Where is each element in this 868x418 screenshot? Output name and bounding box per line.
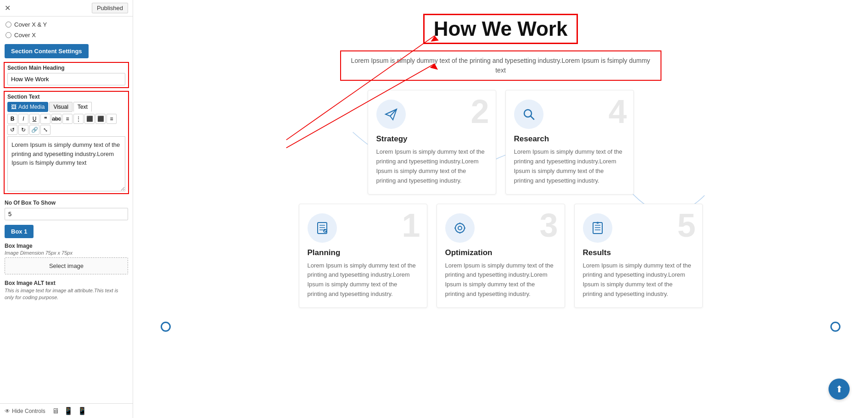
quote-button[interactable]: ❝	[40, 114, 50, 124]
published-badge: Published	[92, 3, 128, 13]
box-image-section: Box Image Image Dimension 75px x 75px Se…	[0, 240, 133, 277]
optimization-text: Lorem Ipsum is simply dummy text of the …	[445, 261, 556, 299]
panel-scroll: Cover X & Y Cover X Section Content Sett…	[0, 17, 133, 403]
cover-xy-option: Cover X & Y	[0, 19, 133, 30]
strategy-card: 2 Strategy Lorem Ipsum is simply dummy t…	[368, 90, 496, 194]
align-right-button[interactable]: ⬛	[95, 114, 106, 124]
svg-rect-18	[597, 222, 599, 223]
add-media-label: Add Media	[18, 104, 45, 110]
research-title: Research	[514, 134, 625, 144]
svg-point-9	[458, 226, 462, 230]
no-box-label: No Of Box To Show	[5, 200, 128, 206]
add-media-button[interactable]: 🖼 Add Media	[7, 102, 48, 112]
optimization-title: Optimization	[445, 248, 556, 257]
alt-desc: This is image text for image alt attribu…	[5, 287, 128, 301]
optimization-icon	[453, 221, 467, 235]
footer-icons: 🖥 📱 📱	[52, 407, 87, 415]
main-area: How We Work Lorem Ipsum is simply dummy …	[133, 0, 868, 418]
optimization-number: 3	[539, 209, 558, 242]
align-justify-button[interactable]: ≡	[106, 114, 117, 124]
strategy-text: Lorem Ipsum is simply dummy text of the …	[376, 147, 487, 185]
desktop-icon-button[interactable]: 🖥	[52, 407, 59, 415]
eye-icon: 👁	[5, 408, 10, 414]
media-icon: 🖼	[11, 104, 17, 110]
undo-button[interactable]: ↺	[7, 125, 17, 135]
box-image-label: Box Image	[5, 243, 128, 249]
planning-text: Lorem Ipsum is simply dummy text of the …	[308, 261, 419, 299]
ol-button[interactable]: ⋮	[73, 114, 84, 124]
section-content-button[interactable]: Section Content Settings	[5, 44, 89, 58]
bold-button[interactable]: B	[7, 114, 17, 124]
results-card: 5 Results Lorem Ipsum is simply dummy te…	[574, 204, 703, 308]
section-text-field: Section Text 🖼 Add Media Visual Text B I…	[4, 91, 129, 194]
hide-controls-label: Hide Controls	[12, 408, 45, 414]
main-heading-label: Section Main Heading	[7, 65, 125, 71]
cover-x-option: Cover X	[0, 30, 133, 40]
select-image-button[interactable]: Select image	[5, 257, 128, 274]
underline-button[interactable]: U	[29, 114, 39, 124]
main-heading-input[interactable]	[7, 73, 125, 85]
close-button[interactable]: ✕	[5, 4, 11, 12]
research-text: Lorem Ipsum is simply dummy text of the …	[514, 147, 625, 185]
editor-toolbar: 🖼 Add Media Visual Text	[7, 102, 125, 112]
strategy-title: Strategy	[376, 134, 487, 144]
optimization-card: 3 Optimization Lorem Ipsum is simply dum…	[437, 204, 565, 308]
main-heading-field: Section Main Heading	[4, 62, 129, 88]
mobile-icon-button[interactable]: 📱	[78, 407, 87, 415]
page-main-heading: How We Work	[423, 14, 578, 44]
optimization-icon-circle	[445, 213, 475, 243]
planning-number: 1	[402, 209, 420, 242]
page-title-section: How We Work Lorem Ipsum is simply dummy …	[161, 14, 840, 81]
bottom-circles	[161, 317, 840, 336]
planning-icon	[315, 221, 330, 235]
left-panel: ✕ Published Cover X & Y Cover X Section …	[0, 0, 133, 418]
cover-x-label: Cover X	[14, 32, 36, 39]
research-icon	[521, 107, 536, 122]
panel-footer: 👁 Hide Controls 🖥 📱 📱	[0, 403, 133, 418]
results-number: 5	[677, 209, 695, 242]
format-bar: B I U ❝ abc ≡ ⋮ ⬛ ⬛ ≡ ↺ ↻ 🔗 ⤡	[7, 114, 125, 135]
results-title: Results	[583, 248, 694, 257]
strategy-icon-circle	[376, 100, 406, 129]
panel-header: ✕ Published	[0, 0, 133, 17]
tablet-icon-button[interactable]: 📱	[64, 407, 73, 415]
italic-button[interactable]: I	[18, 114, 28, 124]
strikethrough-button[interactable]: abc	[51, 114, 62, 124]
page-subtitle: Lorem Ipsum is simply dummy text of the …	[340, 50, 661, 81]
hide-controls-button[interactable]: 👁 Hide Controls	[5, 408, 45, 414]
visual-tab[interactable]: Visual	[49, 102, 72, 112]
planning-icon-circle	[308, 213, 337, 243]
text-tab[interactable]: Text	[73, 102, 92, 112]
results-text: Lorem Ipsum is simply dummy text of the …	[583, 261, 694, 299]
planning-title: Planning	[308, 248, 419, 257]
box1-button[interactable]: Box 1	[5, 225, 34, 238]
strategy-number: 2	[470, 95, 489, 128]
svg-line-2	[531, 116, 534, 119]
align-left-button[interactable]: ⬛	[84, 114, 95, 124]
results-icon	[590, 221, 605, 235]
no-box-input[interactable]	[5, 208, 128, 220]
research-icon-circle	[514, 100, 543, 129]
link-button[interactable]: 🔗	[29, 125, 39, 135]
ul-button[interactable]: ≡	[62, 114, 73, 124]
bottom-circle-left	[161, 322, 171, 332]
svg-rect-14	[593, 223, 602, 234]
cover-xy-radio[interactable]	[6, 22, 11, 28]
redo-button[interactable]: ↻	[18, 125, 28, 135]
cover-x-radio[interactable]	[6, 32, 11, 38]
svg-point-8	[455, 223, 465, 233]
cover-xy-label: Cover X & Y	[14, 21, 47, 28]
cards-row-1: 2 Strategy Lorem Ipsum is simply dummy t…	[161, 90, 840, 194]
research-card: 4 Research Lorem Ipsum is simply dummy t…	[505, 90, 634, 194]
alt-label: Box Image ALT text	[5, 280, 128, 286]
editor-area[interactable]: Lorem Ipsum is simply dummy text of the …	[7, 136, 125, 191]
results-icon-circle	[583, 213, 612, 243]
fullscreen-button[interactable]: ⤡	[40, 125, 50, 135]
box-image-dim: Image Dimension 75px x 75px	[5, 250, 128, 256]
scroll-to-top-button[interactable]: ⬆	[829, 379, 850, 400]
strategy-icon	[384, 107, 398, 122]
bottom-circle-right	[830, 322, 840, 332]
cards-row-2: 1 Planning Lorem Ipsum is simply dummy t…	[161, 204, 840, 308]
box-alt-section: Box Image ALT text This is image text fo…	[0, 277, 133, 306]
research-number: 4	[608, 95, 627, 128]
